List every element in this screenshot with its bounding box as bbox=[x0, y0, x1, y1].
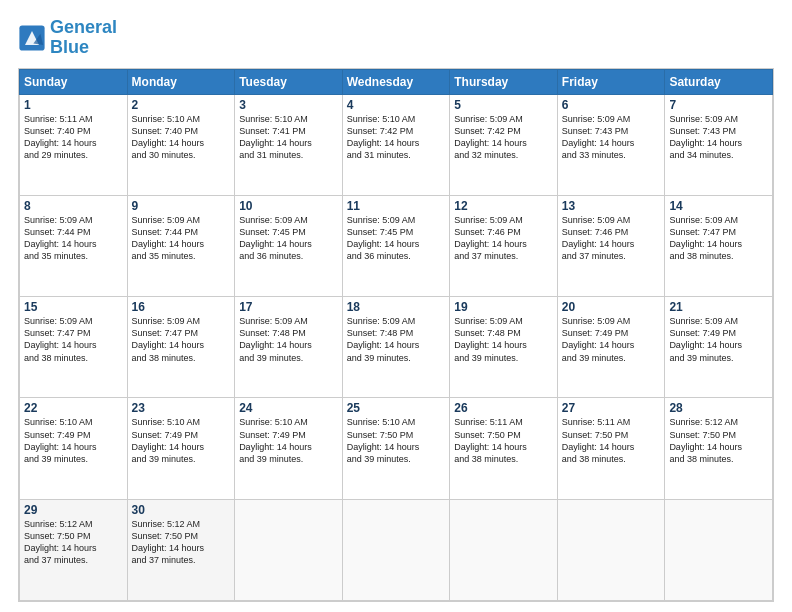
calendar-day-cell: 20Sunrise: 5:09 AM Sunset: 7:49 PM Dayli… bbox=[557, 297, 665, 398]
day-info: Sunrise: 5:09 AM Sunset: 7:48 PM Dayligh… bbox=[347, 315, 446, 364]
day-info: Sunrise: 5:09 AM Sunset: 7:47 PM Dayligh… bbox=[669, 214, 768, 263]
day-number: 6 bbox=[562, 98, 661, 112]
calendar-week-row: 8Sunrise: 5:09 AM Sunset: 7:44 PM Daylig… bbox=[20, 195, 773, 296]
day-info: Sunrise: 5:11 AM Sunset: 7:50 PM Dayligh… bbox=[562, 416, 661, 465]
day-info: Sunrise: 5:12 AM Sunset: 7:50 PM Dayligh… bbox=[669, 416, 768, 465]
day-of-week-header: Monday bbox=[127, 69, 235, 94]
day-info: Sunrise: 5:10 AM Sunset: 7:49 PM Dayligh… bbox=[24, 416, 123, 465]
calendar-day-cell: 30Sunrise: 5:12 AM Sunset: 7:50 PM Dayli… bbox=[127, 499, 235, 600]
day-number: 13 bbox=[562, 199, 661, 213]
calendar-week-row: 29Sunrise: 5:12 AM Sunset: 7:50 PM Dayli… bbox=[20, 499, 773, 600]
calendar-week-row: 15Sunrise: 5:09 AM Sunset: 7:47 PM Dayli… bbox=[20, 297, 773, 398]
calendar-day-cell: 13Sunrise: 5:09 AM Sunset: 7:46 PM Dayli… bbox=[557, 195, 665, 296]
calendar-day-cell bbox=[557, 499, 665, 600]
day-number: 4 bbox=[347, 98, 446, 112]
calendar-day-cell: 9Sunrise: 5:09 AM Sunset: 7:44 PM Daylig… bbox=[127, 195, 235, 296]
calendar-day-cell: 14Sunrise: 5:09 AM Sunset: 7:47 PM Dayli… bbox=[665, 195, 773, 296]
day-number: 7 bbox=[669, 98, 768, 112]
day-number: 25 bbox=[347, 401, 446, 415]
day-number: 26 bbox=[454, 401, 553, 415]
day-info: Sunrise: 5:09 AM Sunset: 7:45 PM Dayligh… bbox=[239, 214, 338, 263]
day-number: 18 bbox=[347, 300, 446, 314]
day-info: Sunrise: 5:09 AM Sunset: 7:49 PM Dayligh… bbox=[669, 315, 768, 364]
day-of-week-header: Tuesday bbox=[235, 69, 343, 94]
day-number: 16 bbox=[132, 300, 231, 314]
days-of-week-row: SundayMondayTuesdayWednesdayThursdayFrid… bbox=[20, 69, 773, 94]
header: General Blue bbox=[18, 18, 774, 58]
calendar-day-cell bbox=[450, 499, 558, 600]
day-info: Sunrise: 5:10 AM Sunset: 7:42 PM Dayligh… bbox=[347, 113, 446, 162]
day-of-week-header: Saturday bbox=[665, 69, 773, 94]
calendar-day-cell: 12Sunrise: 5:09 AM Sunset: 7:46 PM Dayli… bbox=[450, 195, 558, 296]
day-info: Sunrise: 5:09 AM Sunset: 7:48 PM Dayligh… bbox=[454, 315, 553, 364]
calendar-day-cell: 3Sunrise: 5:10 AM Sunset: 7:41 PM Daylig… bbox=[235, 94, 343, 195]
calendar-day-cell: 28Sunrise: 5:12 AM Sunset: 7:50 PM Dayli… bbox=[665, 398, 773, 499]
day-number: 17 bbox=[239, 300, 338, 314]
day-number: 14 bbox=[669, 199, 768, 213]
calendar-day-cell bbox=[235, 499, 343, 600]
day-number: 28 bbox=[669, 401, 768, 415]
calendar-day-cell: 25Sunrise: 5:10 AM Sunset: 7:50 PM Dayli… bbox=[342, 398, 450, 499]
day-number: 5 bbox=[454, 98, 553, 112]
day-number: 15 bbox=[24, 300, 123, 314]
calendar-day-cell: 29Sunrise: 5:12 AM Sunset: 7:50 PM Dayli… bbox=[20, 499, 128, 600]
calendar-body: 1Sunrise: 5:11 AM Sunset: 7:40 PM Daylig… bbox=[20, 94, 773, 600]
calendar-day-cell: 7Sunrise: 5:09 AM Sunset: 7:43 PM Daylig… bbox=[665, 94, 773, 195]
day-number: 8 bbox=[24, 199, 123, 213]
calendar-day-cell: 19Sunrise: 5:09 AM Sunset: 7:48 PM Dayli… bbox=[450, 297, 558, 398]
day-info: Sunrise: 5:10 AM Sunset: 7:41 PM Dayligh… bbox=[239, 113, 338, 162]
day-number: 23 bbox=[132, 401, 231, 415]
calendar-day-cell: 26Sunrise: 5:11 AM Sunset: 7:50 PM Dayli… bbox=[450, 398, 558, 499]
calendar-day-cell: 15Sunrise: 5:09 AM Sunset: 7:47 PM Dayli… bbox=[20, 297, 128, 398]
calendar-day-cell: 22Sunrise: 5:10 AM Sunset: 7:49 PM Dayli… bbox=[20, 398, 128, 499]
day-number: 24 bbox=[239, 401, 338, 415]
day-info: Sunrise: 5:09 AM Sunset: 7:48 PM Dayligh… bbox=[239, 315, 338, 364]
calendar-day-cell: 16Sunrise: 5:09 AM Sunset: 7:47 PM Dayli… bbox=[127, 297, 235, 398]
day-number: 10 bbox=[239, 199, 338, 213]
day-number: 11 bbox=[347, 199, 446, 213]
logo-text: General Blue bbox=[50, 18, 117, 58]
day-info: Sunrise: 5:09 AM Sunset: 7:43 PM Dayligh… bbox=[562, 113, 661, 162]
logo: General Blue bbox=[18, 18, 117, 58]
day-number: 30 bbox=[132, 503, 231, 517]
calendar-day-cell bbox=[665, 499, 773, 600]
day-info: Sunrise: 5:09 AM Sunset: 7:46 PM Dayligh… bbox=[454, 214, 553, 263]
day-info: Sunrise: 5:10 AM Sunset: 7:49 PM Dayligh… bbox=[132, 416, 231, 465]
day-number: 3 bbox=[239, 98, 338, 112]
calendar-week-row: 1Sunrise: 5:11 AM Sunset: 7:40 PM Daylig… bbox=[20, 94, 773, 195]
day-info: Sunrise: 5:11 AM Sunset: 7:40 PM Dayligh… bbox=[24, 113, 123, 162]
calendar-day-cell: 5Sunrise: 5:09 AM Sunset: 7:42 PM Daylig… bbox=[450, 94, 558, 195]
day-number: 19 bbox=[454, 300, 553, 314]
calendar-day-cell: 1Sunrise: 5:11 AM Sunset: 7:40 PM Daylig… bbox=[20, 94, 128, 195]
day-number: 2 bbox=[132, 98, 231, 112]
calendar-day-cell: 4Sunrise: 5:10 AM Sunset: 7:42 PM Daylig… bbox=[342, 94, 450, 195]
page: General Blue SundayMondayTuesdayWednesda… bbox=[0, 0, 792, 612]
day-info: Sunrise: 5:09 AM Sunset: 7:43 PM Dayligh… bbox=[669, 113, 768, 162]
calendar-day-cell: 11Sunrise: 5:09 AM Sunset: 7:45 PM Dayli… bbox=[342, 195, 450, 296]
day-info: Sunrise: 5:09 AM Sunset: 7:49 PM Dayligh… bbox=[562, 315, 661, 364]
day-of-week-header: Thursday bbox=[450, 69, 558, 94]
day-of-week-header: Wednesday bbox=[342, 69, 450, 94]
calendar: SundayMondayTuesdayWednesdayThursdayFrid… bbox=[18, 68, 774, 602]
day-info: Sunrise: 5:09 AM Sunset: 7:42 PM Dayligh… bbox=[454, 113, 553, 162]
day-of-week-header: Sunday bbox=[20, 69, 128, 94]
calendar-day-cell: 2Sunrise: 5:10 AM Sunset: 7:40 PM Daylig… bbox=[127, 94, 235, 195]
day-info: Sunrise: 5:10 AM Sunset: 7:50 PM Dayligh… bbox=[347, 416, 446, 465]
day-info: Sunrise: 5:12 AM Sunset: 7:50 PM Dayligh… bbox=[132, 518, 231, 567]
day-info: Sunrise: 5:12 AM Sunset: 7:50 PM Dayligh… bbox=[24, 518, 123, 567]
day-number: 1 bbox=[24, 98, 123, 112]
calendar-day-cell: 17Sunrise: 5:09 AM Sunset: 7:48 PM Dayli… bbox=[235, 297, 343, 398]
day-info: Sunrise: 5:10 AM Sunset: 7:49 PM Dayligh… bbox=[239, 416, 338, 465]
day-number: 12 bbox=[454, 199, 553, 213]
calendar-week-row: 22Sunrise: 5:10 AM Sunset: 7:49 PM Dayli… bbox=[20, 398, 773, 499]
day-info: Sunrise: 5:09 AM Sunset: 7:47 PM Dayligh… bbox=[132, 315, 231, 364]
day-info: Sunrise: 5:09 AM Sunset: 7:45 PM Dayligh… bbox=[347, 214, 446, 263]
calendar-day-cell: 6Sunrise: 5:09 AM Sunset: 7:43 PM Daylig… bbox=[557, 94, 665, 195]
day-of-week-header: Friday bbox=[557, 69, 665, 94]
calendar-day-cell: 10Sunrise: 5:09 AM Sunset: 7:45 PM Dayli… bbox=[235, 195, 343, 296]
day-info: Sunrise: 5:09 AM Sunset: 7:47 PM Dayligh… bbox=[24, 315, 123, 364]
day-number: 21 bbox=[669, 300, 768, 314]
calendar-day-cell: 21Sunrise: 5:09 AM Sunset: 7:49 PM Dayli… bbox=[665, 297, 773, 398]
day-info: Sunrise: 5:10 AM Sunset: 7:40 PM Dayligh… bbox=[132, 113, 231, 162]
calendar-day-cell: 18Sunrise: 5:09 AM Sunset: 7:48 PM Dayli… bbox=[342, 297, 450, 398]
